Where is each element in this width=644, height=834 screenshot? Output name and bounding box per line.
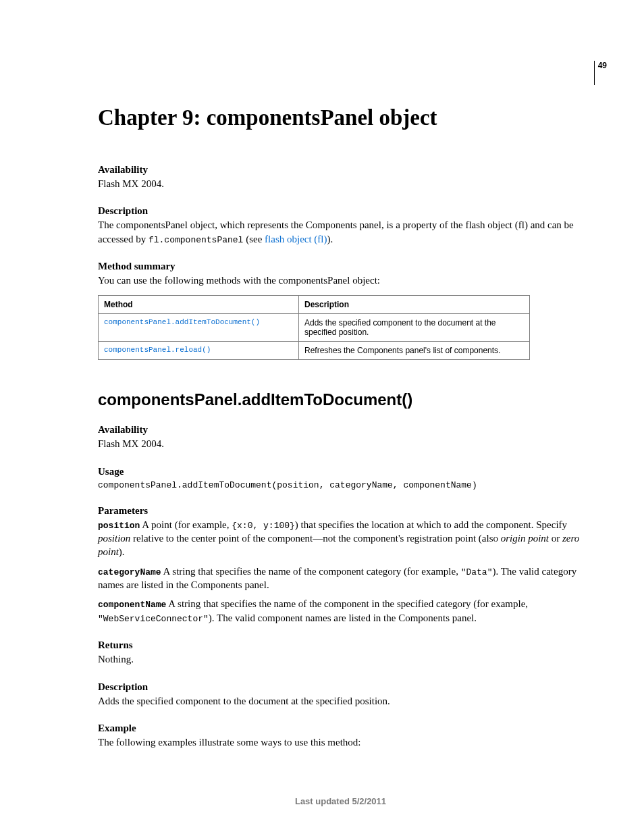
text-fragment: or xyxy=(549,533,562,544)
page-container: 49 Chapter 9: componentsPanel object Ava… xyxy=(0,0,644,833)
italic-text: origin point xyxy=(501,533,549,544)
inline-code: "Data" xyxy=(461,567,493,577)
table-row: componentsPanel.addItemToDocument() Adds… xyxy=(99,314,530,342)
heading-parameters: Parameters xyxy=(98,505,583,517)
method-summary-table: Method Description componentsPanel.addIt… xyxy=(98,295,530,360)
inline-code: "WebServiceConnector" xyxy=(98,614,209,624)
heading-description: Description xyxy=(98,681,583,693)
table-header-description: Description xyxy=(299,296,530,314)
heading-availability: Availability xyxy=(98,164,583,176)
text-fragment: A point (for example, xyxy=(140,519,232,530)
text-fragment: ). xyxy=(327,234,333,244)
method-desc: Adds the specified component to the docu… xyxy=(299,314,530,342)
method-link-reload[interactable]: componentsPanel.reload() xyxy=(99,342,299,360)
text-fragment: ) that specifies the location at which t… xyxy=(295,519,567,530)
text-fragment: A string that specifies the name of the … xyxy=(161,566,461,577)
table-row: componentsPanel.reload() Refreshes the C… xyxy=(99,342,530,360)
text-returns: Nothing. xyxy=(98,652,583,666)
heading-usage: Usage xyxy=(98,466,583,477)
param-name-componentname: componentName xyxy=(98,600,166,610)
text-method-summary: You can use the following methods with t… xyxy=(98,273,583,287)
inline-code: fl.componentsPanel xyxy=(149,235,243,245)
param-componentname: componentName A string that specifies th… xyxy=(98,597,583,625)
heading-availability: Availability xyxy=(98,424,583,436)
param-name-position: position xyxy=(98,521,140,531)
heading-returns: Returns xyxy=(98,640,583,651)
param-position: position A point (for example, {x:0, y:1… xyxy=(98,518,583,559)
table-header-method: Method xyxy=(99,296,299,314)
table-header-row: Method Description xyxy=(99,296,530,314)
italic-text: position xyxy=(98,533,130,544)
text-fragment: (see xyxy=(243,234,265,244)
link-flash-object[interactable]: flash object (fl) xyxy=(265,234,327,244)
text-description: The componentsPanel object, which repres… xyxy=(98,218,583,246)
text-description: Adds the specified component to the docu… xyxy=(98,694,583,708)
method-desc: Refreshes the Components panel's list of… xyxy=(299,342,530,360)
heading-method-summary: Method summary xyxy=(98,261,583,272)
page-number: 49 xyxy=(594,61,607,85)
chapter-title: Chapter 9: componentsPanel object xyxy=(98,105,583,130)
heading-example: Example xyxy=(98,723,583,734)
code-usage: componentsPanel.addItemToDocument(positi… xyxy=(98,480,583,490)
text-fragment: ). xyxy=(119,546,125,557)
text-example: The following examples illustrate some w… xyxy=(98,735,583,749)
text-fragment: A string that specifies the name of the … xyxy=(166,598,528,609)
method-link-additemtodocument[interactable]: componentsPanel.addItemToDocument() xyxy=(99,314,299,342)
heading-description: Description xyxy=(98,205,583,217)
inline-code: {x:0, y:100} xyxy=(232,521,295,531)
text-fragment: relative to the center point of the comp… xyxy=(130,533,500,544)
text-availability: Flash MX 2004. xyxy=(98,437,583,450)
text-availability: Flash MX 2004. xyxy=(98,177,583,190)
param-name-categoryname: categoryName xyxy=(98,567,161,577)
text-fragment: ). The valid component names are listed … xyxy=(209,613,477,623)
method-heading: componentsPanel.addItemToDocument() xyxy=(98,390,583,409)
page-footer: Last updated 5/2/2011 xyxy=(98,796,583,806)
param-categoryname: categoryName A string that specifies the… xyxy=(98,565,583,592)
